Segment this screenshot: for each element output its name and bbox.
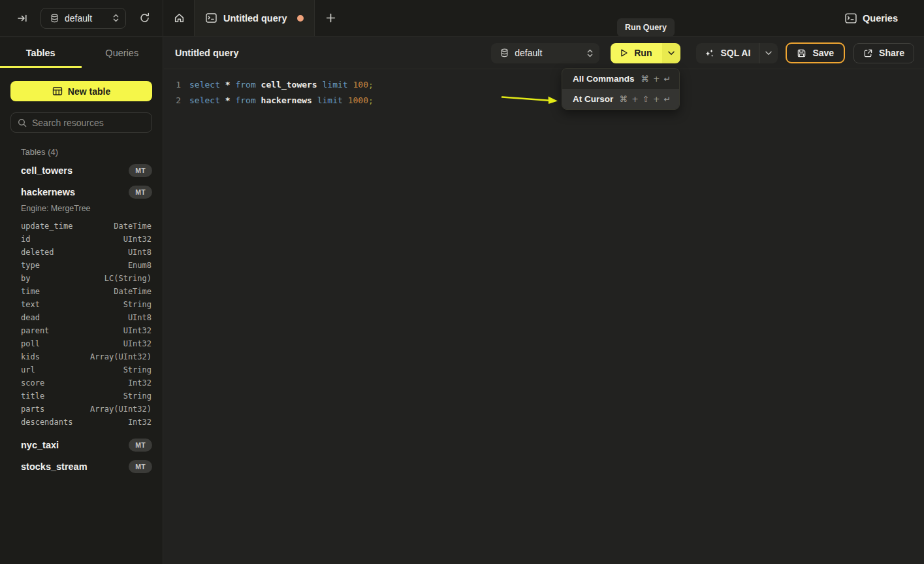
column-row-update_time: update_timeDateTime — [0, 220, 163, 233]
table-name: hackernews — [21, 187, 129, 197]
main-area: Untitled query default — [164, 37, 924, 564]
engine-badge: MT — [129, 439, 152, 452]
code-token: ; — [368, 95, 374, 105]
column-row-parent: parentUInt32 — [0, 324, 163, 337]
search-input[interactable] — [32, 118, 150, 128]
queries-button-label: Queries — [863, 13, 898, 24]
chevron-updown-icon — [113, 14, 119, 22]
table-row-hackernews[interactable]: hackernewsMT — [0, 181, 163, 203]
column-type: Int32 — [128, 378, 151, 388]
search-icon — [18, 118, 27, 127]
share-button[interactable]: Share — [853, 43, 914, 63]
toolbar-controls: default Run — [491, 42, 914, 63]
code-token: 100 — [353, 80, 368, 90]
column-name: parent — [21, 326, 123, 335]
run-button[interactable]: Run — [611, 43, 662, 63]
column-type: DateTime — [114, 287, 151, 296]
table-name: stocks_stream — [21, 461, 129, 472]
toolbar-database-value: default — [515, 48, 582, 58]
code-line-2: 2select * from hackernews limit 1000; — [164, 92, 924, 108]
table-row-stocks_stream[interactable]: stocks_streamMT — [0, 456, 163, 477]
column-name: deleted — [21, 248, 128, 257]
code-token: * — [225, 95, 231, 105]
sql-editor[interactable]: 1select * from cell_towers limit 100;2se… — [164, 69, 924, 108]
code-token: from — [235, 80, 255, 90]
queries-terminal-icon — [844, 12, 857, 24]
refresh-icon[interactable] — [135, 9, 153, 27]
chevron-updown-icon — [587, 49, 593, 58]
sql-ai-button[interactable]: SQL AI — [696, 43, 759, 63]
tab-label: Untitled query — [223, 13, 287, 24]
new-table-label: New table — [68, 86, 110, 97]
run-options-caret[interactable] — [662, 43, 680, 63]
column-name: dead — [21, 313, 128, 322]
menu-item-at-cursor[interactable]: At Cursor⌘ + ⇧ + ↵ — [562, 89, 679, 109]
line-number: 1 — [164, 80, 181, 90]
database-selector[interactable]: default — [40, 8, 126, 29]
sql-ai-button-group: SQL AI — [696, 43, 778, 63]
code-token: limit — [323, 80, 348, 90]
code-token: 1000 — [348, 95, 368, 105]
menu-item-label: All Commands — [573, 74, 641, 84]
menu-item-shortcut: ⌘ + ⇧ + ↵ — [620, 94, 671, 104]
column-type: String — [123, 391, 151, 401]
table-row-cell_towers[interactable]: cell_towersMT — [0, 159, 163, 181]
column-type: UInt8 — [128, 248, 151, 257]
column-name: text — [21, 300, 123, 309]
code-token — [220, 95, 225, 105]
column-name: kids — [21, 352, 90, 361]
column-row-id: idUInt32 — [0, 233, 163, 246]
editor-toolbar: Untitled query default — [164, 37, 924, 69]
column-name: type — [21, 261, 128, 270]
database-icon — [49, 13, 59, 24]
code-token — [256, 95, 261, 105]
column-row-text: textString — [0, 298, 163, 311]
column-type: Int32 — [128, 418, 151, 427]
save-button[interactable]: Save — [786, 42, 845, 63]
code-token: select — [189, 95, 220, 105]
menu-item-label: At Cursor — [573, 94, 620, 104]
search-resources-field[interactable] — [10, 112, 152, 133]
column-name: url — [21, 365, 123, 374]
save-floppy-icon — [797, 48, 806, 58]
menu-item-all-commands[interactable]: All Commands⌘ + ↵ — [562, 69, 679, 89]
code-token: ; — [368, 80, 374, 90]
table-row-nyc_taxi[interactable]: nyc_taxiMT — [0, 434, 163, 456]
column-type: LC(String) — [104, 274, 151, 283]
code-token — [220, 80, 225, 90]
collapse-sidebar-icon[interactable] — [13, 9, 31, 27]
column-name: update_time — [21, 222, 114, 231]
table-engine-label: Engine: MergeTree — [0, 203, 163, 217]
top-bar: default — [0, 0, 924, 37]
table-grid-icon — [52, 86, 63, 96]
save-button-label: Save — [812, 48, 834, 58]
sql-ai-caret[interactable] — [759, 43, 778, 63]
run-button-label: Run — [634, 48, 652, 58]
engine-badge: MT — [129, 164, 152, 177]
run-options-menu: All Commands⌘ + ↵At Cursor⌘ + ⇧ + ↵ — [562, 68, 680, 110]
column-type: UInt32 — [123, 235, 151, 244]
sidebar-tab-queries[interactable]: Queries — [82, 37, 163, 68]
table-name: cell_towers — [21, 165, 129, 176]
home-icon[interactable] — [170, 9, 188, 27]
column-row-by: byLC(String) — [0, 272, 163, 285]
new-table-button[interactable]: New table — [10, 81, 152, 101]
sidebar-tab-tables[interactable]: Tables — [0, 37, 82, 68]
column-row-kids: kidsArray(UInt32) — [0, 350, 163, 363]
engine-badge: MT — [129, 186, 152, 199]
column-name: title — [21, 391, 123, 401]
column-row-type: typeEnum8 — [0, 259, 163, 272]
code-token — [317, 80, 323, 90]
toolbar-database-selector[interactable]: default — [491, 43, 599, 63]
code-text: select * from cell_towers limit 100; — [181, 80, 374, 90]
share-icon — [863, 48, 873, 58]
tab-untitled-query[interactable]: Untitled query — [194, 0, 315, 36]
queries-button[interactable]: Queries — [844, 12, 924, 24]
sql-console-app: default — [0, 0, 924, 564]
code-token: hackernews — [261, 95, 312, 105]
sql-ai-label: SQL AI — [720, 48, 750, 58]
share-button-label: Share — [879, 48, 904, 58]
column-type: UInt32 — [123, 339, 151, 348]
new-tab-icon[interactable] — [321, 9, 340, 27]
column-name: by — [21, 274, 104, 283]
